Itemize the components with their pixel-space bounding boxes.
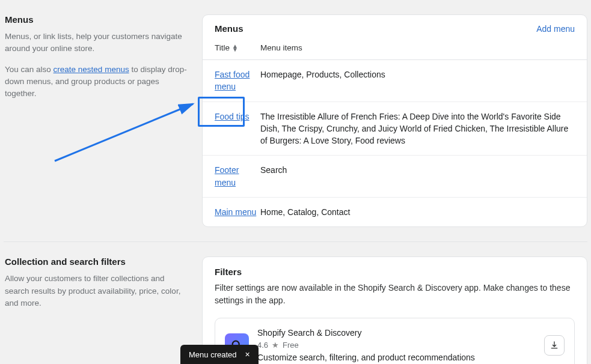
menu-title-link[interactable]: Footer menu xyxy=(215,165,239,187)
title-column-header[interactable]: Title ▲▼ xyxy=(215,43,260,52)
download-icon xyxy=(550,341,559,350)
table-row[interactable]: Fast food menu Homepage, Products, Colle… xyxy=(203,60,587,102)
menus-desc: Menus, or link lists, help your customer… xyxy=(5,31,188,55)
filters-heading: Collection and search filters xyxy=(5,256,188,267)
install-button[interactable] xyxy=(544,335,565,356)
menus-card-heading: Menus xyxy=(215,23,243,34)
table-row[interactable]: Footer menu Search xyxy=(203,156,587,198)
create-nested-menus-link[interactable]: create nested menus xyxy=(54,65,129,74)
filters-card-heading: Filters xyxy=(215,267,575,277)
menu-title-link[interactable]: Fast food menu xyxy=(215,70,250,91)
sort-icon: ▲▼ xyxy=(232,44,238,52)
menu-items-cell: Home, Catalog, Contact xyxy=(260,206,575,218)
items-column-header: Menu items xyxy=(260,43,302,52)
app-name: Shopify Search & Discovery xyxy=(257,327,536,339)
menu-title-link[interactable]: Main menu xyxy=(215,207,256,217)
menus-card: Menus Add menu Title ▲▼ Menu items Fast … xyxy=(202,14,587,227)
menu-items-cell: Homepage, Products, Collections xyxy=(260,68,575,93)
table-row[interactable]: Food tips The Irresistible Allure of Fre… xyxy=(203,102,587,156)
add-menu-button[interactable]: Add menu xyxy=(536,24,575,34)
toast: Menu created × xyxy=(180,345,259,364)
menus-extra: You can also create nested menus to disp… xyxy=(5,64,188,100)
app-desc: Customize search, filtering, and product… xyxy=(257,351,536,364)
star-icon: ★ xyxy=(272,339,279,351)
menus-heading: Menus xyxy=(5,14,188,25)
menu-title-link[interactable]: Food tips xyxy=(215,112,250,121)
filters-card: Filters Filter settings are now availabl… xyxy=(202,256,587,364)
toast-label: Menu created xyxy=(189,350,237,359)
menu-items-cell: The Irresistible Allure of French Fries:… xyxy=(260,111,575,147)
menus-side-help: Menus Menus, or link lists, help your cu… xyxy=(4,14,188,227)
table-row[interactable]: Main menu Home, Catalog, Contact xyxy=(203,198,587,226)
filters-card-desc: Filter settings are now available in the… xyxy=(215,282,575,307)
toast-close-button[interactable]: × xyxy=(245,350,250,359)
menu-items-cell: Search xyxy=(260,164,575,189)
app-meta: 4.6 ★ Free xyxy=(257,339,536,351)
section-divider xyxy=(4,241,587,242)
menus-table-header: Title ▲▼ Menu items xyxy=(203,36,587,60)
filters-side-help: Collection and search filters Allow your… xyxy=(4,256,188,364)
filters-desc: Allow your customers to filter collectio… xyxy=(5,273,188,309)
app-listing: Shopify Search & Discovery 4.6 ★ Free Cu… xyxy=(215,318,575,364)
